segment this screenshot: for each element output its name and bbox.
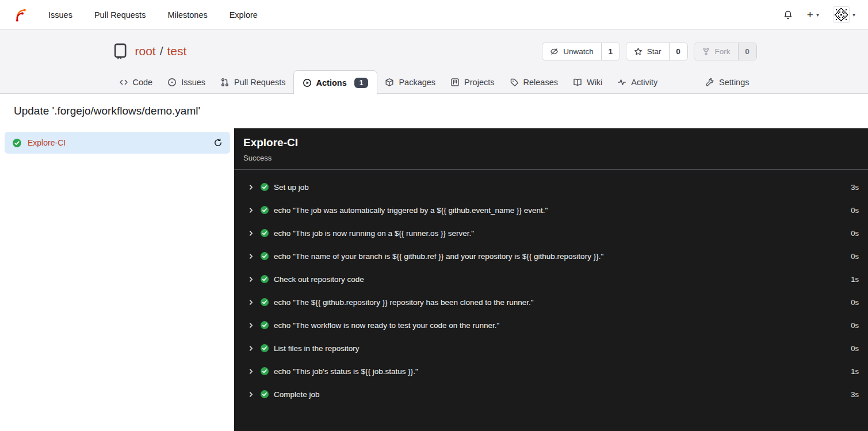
tab-label: Projects [464, 78, 494, 87]
tab-actions[interactable]: Actions 1 [293, 70, 378, 94]
fork-button[interactable]: Fork [694, 43, 738, 60]
page-title-strip: Update '.forgejo/workflows/demo.yaml' [0, 94, 868, 128]
actions-run-view: Explore-CI Explore-CI Success [0, 128, 868, 431]
step-name: echo "The ${{ github.repository }} repos… [274, 298, 534, 307]
stars-count[interactable]: 0 [669, 43, 687, 60]
issue-icon [167, 78, 177, 87]
breadcrumb: root / test [135, 44, 187, 58]
check-circle-icon [260, 182, 269, 192]
step-duration: 3s [851, 183, 859, 192]
book-icon [573, 78, 582, 87]
tab-activity[interactable]: Activity [610, 70, 665, 94]
tab-issues[interactable]: Issues [160, 70, 213, 94]
chevron-right-icon [248, 276, 254, 283]
watchers-count[interactable]: 1 [601, 43, 620, 60]
repo-owner-link[interactable]: root [135, 44, 156, 58]
check-circle-icon [260, 205, 269, 215]
step-row[interactable]: echo "The ${{ github.repository }} repos… [234, 291, 868, 314]
create-new-button[interactable]: + ▾ [807, 9, 819, 20]
chevron-right-icon [248, 299, 254, 306]
topnav-item[interactable]: Explore [230, 10, 258, 20]
step-duration: 0s [851, 298, 859, 307]
refresh-button[interactable] [213, 138, 223, 147]
topnav-item[interactable]: Issues [48, 10, 72, 20]
chevron-right-icon [248, 391, 254, 398]
unwatch-label: Unwatch [563, 47, 594, 56]
step-row[interactable]: echo "This job is now running on a ${{ r… [234, 222, 868, 245]
forks-count[interactable]: 0 [738, 43, 756, 60]
step-name: echo "The name of your branch is ${{ git… [274, 252, 603, 261]
breadcrumb-separator: / [160, 44, 163, 58]
code-icon [119, 78, 128, 87]
actions-count-badge: 1 [354, 78, 369, 88]
step-row[interactable]: echo "This job's status is ${{ job.statu… [234, 360, 868, 383]
fork-icon [702, 47, 710, 56]
notifications-button[interactable] [783, 10, 793, 20]
chevron-right-icon [248, 345, 254, 352]
tab-projects[interactable]: Projects [443, 70, 502, 94]
check-circle-icon [260, 228, 269, 238]
unwatch-button[interactable]: Unwatch [542, 43, 601, 60]
repo-action-buttons: Unwatch 1 Star 0 [542, 43, 756, 60]
step-name: Set up job [274, 183, 309, 192]
tab-label: Activity [631, 78, 657, 87]
step-row[interactable]: echo "The job was automatically triggere… [234, 199, 868, 222]
step-duration: 1s [851, 275, 859, 284]
tab-code[interactable]: Code [112, 70, 160, 94]
step-duration: 0s [851, 229, 859, 238]
pull-request-icon [220, 78, 230, 87]
step-name: echo "This job's status is ${{ job.statu… [274, 367, 418, 376]
step-name: echo "The job was automatically triggere… [274, 206, 548, 215]
jobs-sidebar: Explore-CI [0, 128, 234, 431]
tab-label: Code [133, 78, 153, 87]
check-circle-icon [260, 251, 269, 261]
step-row[interactable]: Check out repository code 1s [234, 268, 868, 291]
topnav-item[interactable]: Milestones [167, 10, 207, 20]
package-icon [385, 78, 394, 87]
sidebar-job-explore-ci[interactable]: Explore-CI [5, 132, 230, 154]
topnav-item[interactable]: Pull Requests [94, 10, 146, 20]
step-duration: 3s [851, 390, 859, 399]
step-duration: 0s [851, 206, 859, 215]
star-button[interactable]: Star [626, 43, 669, 60]
star-button-group: Star 0 [626, 43, 688, 60]
watch-button-group: Unwatch 1 [542, 43, 620, 60]
tab-pull-requests[interactable]: Pull Requests [213, 70, 293, 94]
forgejo-logo[interactable] [13, 7, 28, 22]
star-label: Star [647, 47, 661, 56]
chevron-right-icon [248, 368, 254, 375]
job-log-panel: Explore-CI Success Set up job 3s [234, 128, 868, 431]
repo-name-link[interactable]: test [167, 44, 187, 58]
tab-settings[interactable]: Settings [698, 70, 756, 94]
step-row[interactable]: echo "The workflow is now ready to test … [234, 314, 868, 337]
chevron-right-icon [248, 253, 254, 260]
chevron-right-icon [248, 322, 254, 329]
caret-down-icon: ▾ [852, 12, 855, 18]
plus-icon: + [807, 9, 813, 20]
step-row[interactable]: echo "The name of your branch is ${{ git… [234, 245, 868, 268]
user-menu-button[interactable]: ▾ [833, 6, 855, 23]
repo-header: root / test Unwatch 1 [0, 30, 868, 94]
topnav-right: + ▾ [783, 6, 855, 23]
tab-label: Wiki [587, 78, 602, 87]
step-row[interactable]: Set up job 3s [234, 176, 868, 199]
step-row[interactable]: List files in the repository 0s [234, 337, 868, 360]
check-circle-icon [260, 321, 269, 330]
caret-down-icon: ▾ [816, 12, 819, 18]
tab-releases[interactable]: Releases [502, 70, 565, 94]
tab-label: Releases [523, 78, 558, 87]
step-row[interactable]: Complete job 3s [234, 383, 868, 406]
tab-wiki[interactable]: Wiki [565, 70, 610, 94]
step-duration: 0s [851, 321, 859, 330]
tab-packages[interactable]: Packages [377, 70, 443, 94]
step-duration: 0s [851, 252, 859, 261]
tab-label: Issues [181, 78, 205, 87]
tab-label: Pull Requests [234, 78, 285, 87]
check-circle-icon [260, 390, 269, 399]
step-name: Check out repository code [274, 275, 364, 284]
step-list: Set up job 3s echo "The job was automati… [234, 170, 868, 411]
chevron-right-icon [248, 207, 254, 213]
tab-label: Packages [399, 78, 435, 87]
bell-icon [783, 10, 793, 20]
job-label: Explore-CI [28, 138, 66, 147]
